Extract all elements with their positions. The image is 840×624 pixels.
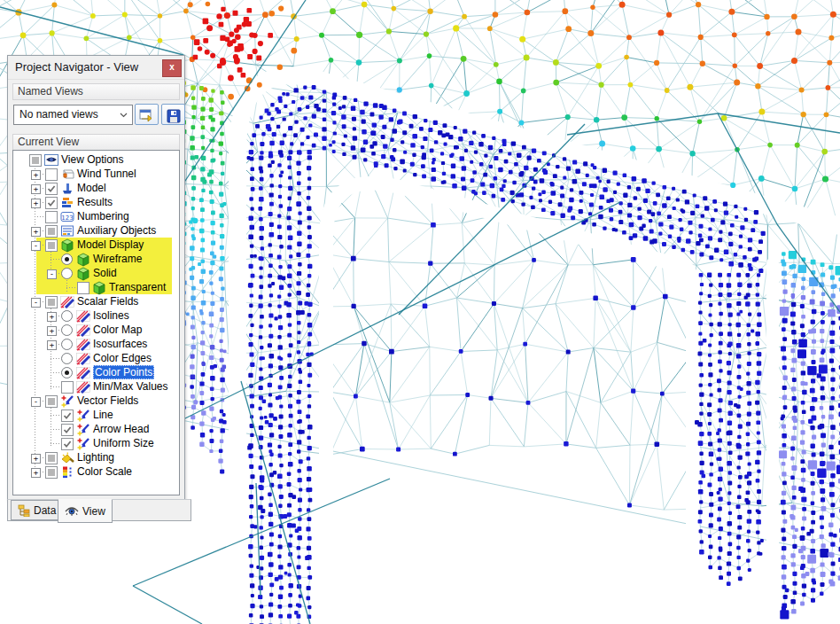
expand-icon[interactable]: + (31, 199, 41, 208)
checkbox-view-options[interactable] (29, 154, 42, 167)
collapse-icon[interactable]: - (31, 397, 41, 407)
panel-title: Project Navigator - View (15, 60, 138, 74)
tree-item-label[interactable]: Vector Fields (77, 394, 138, 408)
expand-icon[interactable]: + (31, 170, 41, 180)
tree-item-label[interactable]: Isolines (93, 308, 129, 323)
tree-item-label[interactable]: Transparent (109, 280, 166, 294)
expand-icon[interactable]: + (47, 312, 57, 322)
tree-item-lighting[interactable]: +Lighting (13, 450, 179, 464)
tree-item-label[interactable]: Wind Tunnel (77, 167, 136, 181)
checkbox-auxiliary-objects[interactable] (45, 225, 58, 238)
tree-item-transparent[interactable]: Transparent (13, 280, 179, 294)
tree-item-label[interactable]: Min/Max Values (93, 379, 167, 394)
tree-item-label[interactable]: Solid (93, 266, 117, 280)
tree-item-solid[interactable]: -Solid (13, 266, 179, 280)
tree-item-label[interactable]: Arrow Head (93, 422, 149, 436)
tree-item-model[interactable]: +Model (13, 181, 179, 195)
tree-item-scalar-fields[interactable]: -Scalar Fields (13, 294, 179, 308)
tree-item-line[interactable]: Line (13, 408, 179, 422)
checkmark-icon (62, 425, 73, 435)
close-button[interactable]: x (162, 59, 182, 77)
tree-item-label[interactable]: Model (77, 181, 106, 195)
tree-item-label[interactable]: View Options (61, 152, 123, 167)
checkmark-icon (62, 439, 73, 449)
checkbox-transparent[interactable] (77, 282, 89, 294)
tree-item-label[interactable]: Results (77, 195, 113, 209)
collapse-icon[interactable]: - (31, 241, 41, 251)
tree-item-color-map[interactable]: +Color Map (13, 323, 179, 337)
expand-icon[interactable]: + (31, 184, 41, 194)
collapse-icon[interactable]: - (47, 269, 57, 279)
expand-icon[interactable]: + (47, 326, 57, 336)
tree-item-view-options[interactable]: View Options (13, 152, 179, 167)
tree-item-min-max-values[interactable]: Min/Max Values (13, 379, 179, 394)
tree-item-label[interactable]: Numbering (77, 209, 129, 223)
tree-item-wind-tunnel[interactable]: +Wind Tunnel (13, 167, 179, 181)
tree-item-wireframe[interactable]: Wireframe (13, 252, 179, 266)
checkbox-uniform-size[interactable] (61, 438, 74, 450)
tab-view[interactable]: View (58, 499, 113, 523)
tree-item-label[interactable]: Color Edges (93, 351, 152, 365)
tree-item-color-scale[interactable]: +Color Scale (13, 464, 179, 479)
tree-item-model-display[interactable]: -Model Display (13, 238, 179, 252)
checkbox-mixed-fill (48, 228, 55, 235)
tree-item-numbering[interactable]: 123Numbering (13, 209, 179, 223)
tree-item-label[interactable]: Color Map (93, 323, 142, 337)
tree-item-label[interactable]: Lighting (77, 450, 114, 464)
tree-item-isolines[interactable]: +Isolines (13, 308, 179, 323)
radio-color-points[interactable] (61, 367, 73, 378)
tree-item-vector-fields[interactable]: -Vector Fields (13, 394, 179, 408)
collapse-icon[interactable]: - (31, 298, 41, 308)
apply-view-button[interactable] (135, 104, 159, 125)
checkbox-line[interactable] (61, 410, 74, 422)
checkbox-model[interactable] (45, 183, 58, 195)
tree-item-color-edges[interactable]: Color Edges (13, 351, 179, 365)
tree-item-arrow-head[interactable]: Arrow Head (13, 422, 179, 436)
checkbox-results[interactable] (45, 197, 58, 209)
expand-icon[interactable]: + (31, 468, 41, 478)
tree-item-isosurfaces[interactable]: +Isosurfaces (13, 337, 179, 351)
checkbox-vector-fields[interactable] (45, 395, 58, 408)
vector-icon (76, 408, 90, 422)
radio-wireframe[interactable] (61, 254, 73, 265)
checkbox-scalar-fields[interactable] (45, 296, 58, 308)
tree-item-auxiliary-objects[interactable]: +Auxiliary Objects (13, 223, 179, 238)
view-options-icon (44, 152, 58, 167)
checkbox-mixed-fill (48, 455, 55, 462)
tree-item-uniform-size[interactable]: Uniform Size (13, 436, 179, 450)
checkbox-min-max-values[interactable] (61, 381, 74, 394)
tree-connector (51, 259, 61, 260)
checkbox-model-display[interactable] (45, 239, 58, 252)
tab-data[interactable]: Data (11, 500, 63, 520)
tree-item-results[interactable]: +Results (13, 195, 179, 209)
radio-color-edges[interactable] (61, 353, 73, 364)
named-views-dropdown-value: No named views (19, 108, 98, 121)
checkbox-arrow-head[interactable] (61, 424, 74, 436)
tree-item-label[interactable]: Color Points (93, 365, 154, 379)
checkbox-numbering[interactable] (45, 211, 58, 223)
tree-item-label[interactable]: Auxiliary Objects (77, 223, 156, 238)
tree-item-label[interactable]: Color Scale (77, 464, 132, 479)
project-navigator-panel: Project Navigator - View x Named Views N… (7, 55, 185, 501)
panel-titlebar[interactable]: Project Navigator - View x (8, 56, 184, 80)
tree-item-label[interactable]: Line (93, 408, 113, 422)
expand-icon[interactable]: + (47, 340, 57, 350)
tree-item-label[interactable]: Wireframe (93, 252, 142, 266)
save-view-button[interactable] (161, 104, 185, 125)
named-views-dropdown[interactable]: No named views (13, 105, 133, 125)
checkbox-lighting[interactable] (45, 452, 58, 464)
radio-color-map[interactable] (61, 324, 73, 336)
checkbox-wind-tunnel[interactable] (45, 168, 58, 181)
expand-icon[interactable]: + (31, 454, 41, 464)
tree-item-color-points[interactable]: Color Points (13, 365, 179, 379)
radio-isosurfaces[interactable] (61, 339, 73, 350)
tree-item-label[interactable]: Model Display (77, 238, 144, 252)
expand-icon[interactable]: + (31, 227, 41, 237)
checkbox-color-scale[interactable] (45, 466, 58, 479)
cube-icon (92, 280, 106, 294)
radio-isolines[interactable] (61, 310, 73, 322)
tree-item-label[interactable]: Scalar Fields (77, 294, 138, 308)
tree-item-label[interactable]: Isosurfaces (93, 337, 147, 351)
tree-item-label[interactable]: Uniform Size (93, 436, 154, 450)
radio-solid[interactable] (61, 268, 73, 279)
